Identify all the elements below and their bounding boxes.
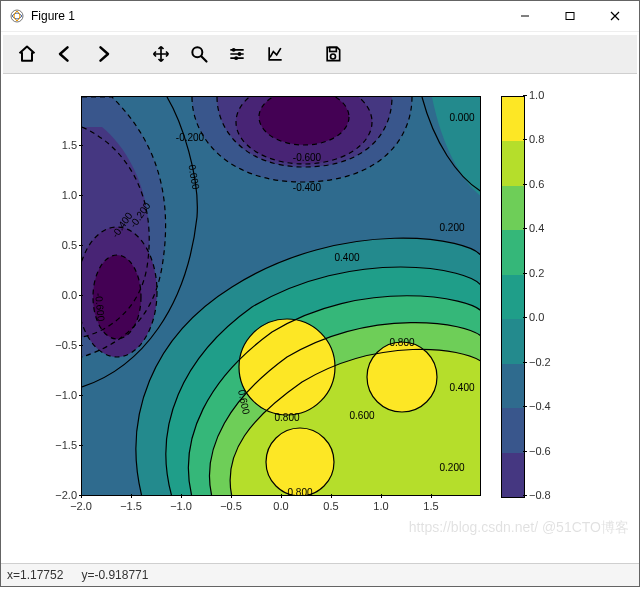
subplots-button[interactable] — [219, 38, 255, 70]
svg-rect-6 — [330, 47, 337, 51]
colorbar-tick: −0.2 — [529, 356, 551, 368]
y-tick: −1.0 — [41, 389, 77, 401]
y-tick: −0.5 — [41, 339, 77, 351]
title-bar: Figure 1 — [1, 1, 639, 32]
y-tick: 0.0 — [41, 289, 77, 301]
colorbar-tick: −0.4 — [529, 400, 551, 412]
y-tick: 1.0 — [41, 189, 77, 201]
contour-label: -0.400 — [292, 182, 322, 193]
contour-label: -0.600 — [292, 152, 322, 163]
svg-point-3 — [232, 48, 236, 52]
colorbar-tick: −0.8 — [529, 489, 551, 501]
contour-label: 0.800 — [286, 487, 313, 497]
x-tick: −1.0 — [161, 500, 201, 512]
svg-point-7 — [331, 54, 336, 59]
mpl-toolbar — [3, 34, 637, 74]
cursor-y: y=-0.918771 — [81, 568, 148, 582]
colorbar-tick: 0.4 — [529, 222, 544, 234]
pan-button[interactable] — [143, 38, 179, 70]
figure-window: Figure 1 — [0, 0, 640, 587]
contour-label: -0.200 — [175, 132, 205, 143]
y-tick: −1.5 — [41, 439, 77, 451]
close-button[interactable] — [592, 1, 637, 31]
colorbar-tick: 0.8 — [529, 133, 544, 145]
colorbar — [501, 96, 525, 498]
forward-button[interactable] — [85, 38, 121, 70]
contour-label: 0.600 — [348, 410, 375, 421]
maximize-button[interactable] — [547, 1, 592, 31]
contour-label: 0.400 — [333, 252, 360, 263]
contour-label: 0.200 — [438, 462, 465, 473]
colorbar-tick: 0.6 — [529, 178, 544, 190]
cursor-x: x=1.17752 — [7, 568, 63, 582]
contour-label: 0.200 — [438, 222, 465, 233]
window-title: Figure 1 — [31, 9, 75, 23]
zoom-button[interactable] — [181, 38, 217, 70]
colorbar-tick: 0.2 — [529, 267, 544, 279]
save-button[interactable] — [315, 38, 351, 70]
colorbar-tick: 1.0 — [529, 89, 544, 101]
y-tick: 0.5 — [41, 239, 77, 251]
svg-point-5 — [234, 56, 238, 60]
x-tick: 0.5 — [311, 500, 351, 512]
minimize-button[interactable] — [502, 1, 547, 31]
x-tick: −2.0 — [61, 500, 101, 512]
svg-point-4 — [238, 52, 242, 56]
plot-canvas[interactable]: 0.000 0.200 0.400 0.800 0.800 0.600 0.80… — [1, 76, 639, 563]
contour-label: 0.000 — [448, 112, 475, 123]
contour-label: 0.400 — [448, 382, 475, 393]
colorbar-tick: −0.6 — [529, 445, 551, 457]
status-bar: x=1.17752 y=-0.918771 — [1, 563, 639, 586]
back-button[interactable] — [47, 38, 83, 70]
x-tick: 1.0 — [361, 500, 401, 512]
axes: 0.000 0.200 0.400 0.800 0.800 0.600 0.80… — [81, 96, 481, 496]
svg-point-0 — [11, 10, 23, 22]
x-tick: −1.5 — [111, 500, 151, 512]
x-tick: 0.0 — [261, 500, 301, 512]
contour-label: 0.800 — [273, 412, 300, 423]
y-tick: 1.5 — [41, 139, 77, 151]
app-icon — [9, 8, 25, 24]
svg-rect-1 — [566, 13, 574, 20]
watermark: https://blog.csdn.net/ @51CTO博客 — [409, 519, 629, 537]
edit-axes-button[interactable] — [257, 38, 293, 70]
contour-label: 0.800 — [388, 337, 415, 348]
colorbar-tick: 0.0 — [529, 311, 544, 323]
home-button[interactable] — [9, 38, 45, 70]
x-tick: 1.5 — [411, 500, 451, 512]
x-tick: −0.5 — [211, 500, 251, 512]
